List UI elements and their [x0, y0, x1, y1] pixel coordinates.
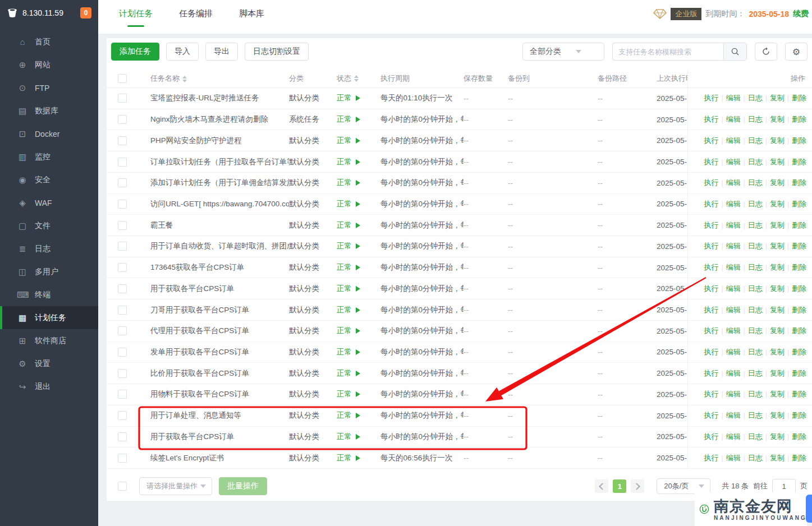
action-copy[interactable]: 复制 [770, 114, 785, 124]
next-page-button[interactable] [631, 479, 644, 493]
task-name[interactable]: 用于获取各平台CPS订单 [150, 284, 289, 294]
action-run[interactable]: 执行 [704, 136, 719, 146]
sidebar-item-website[interactable]: ⊕网站 [0, 53, 98, 76]
task-status[interactable]: 正常 [337, 453, 380, 463]
row-checkbox[interactable] [118, 432, 127, 441]
sidebar-item-logout[interactable]: ↪退出 [0, 375, 98, 398]
task-name[interactable]: 发单用于获取各平台CPS订单 [150, 347, 289, 357]
task-name[interactable]: PHP网站安全防护守护进程 [150, 136, 289, 146]
message-count-badge[interactable]: 0 [80, 7, 91, 19]
action-run[interactable]: 执行 [704, 305, 719, 315]
action-log[interactable]: 日志 [748, 262, 763, 273]
action-run[interactable]: 执行 [704, 241, 719, 251]
sidebar-item-cron[interactable]: ▦计划任务 [0, 306, 98, 329]
action-copy[interactable]: 复制 [770, 262, 785, 273]
action-edit[interactable]: 编辑 [726, 93, 741, 103]
action-log[interactable]: 日志 [748, 284, 763, 294]
action-delete[interactable]: 删除 [792, 368, 806, 379]
batch-action-select[interactable]: 请选择批量操作 [139, 477, 212, 495]
row-checkbox[interactable] [118, 390, 127, 399]
action-delete[interactable]: 删除 [792, 114, 806, 124]
action-delete[interactable]: 删除 [792, 262, 806, 273]
task-name[interactable]: 用于订单处理、消息通知等 [150, 410, 289, 421]
task-status[interactable]: 正常 [337, 199, 380, 209]
action-run[interactable]: 执行 [704, 284, 719, 294]
task-status[interactable]: 正常 [337, 241, 380, 251]
action-edit[interactable]: 编辑 [726, 114, 741, 124]
select-all-checkbox[interactable] [118, 74, 127, 83]
action-edit[interactable]: 编辑 [726, 284, 741, 294]
action-delete[interactable]: 删除 [792, 432, 806, 442]
task-status[interactable]: 正常 [337, 178, 380, 188]
log-split-settings-button[interactable]: 日志切割设置 [245, 43, 309, 61]
row-checkbox[interactable] [118, 178, 127, 187]
row-checkbox[interactable] [118, 284, 127, 293]
action-edit[interactable]: 编辑 [726, 241, 741, 251]
action-edit[interactable]: 编辑 [726, 136, 741, 146]
action-copy[interactable]: 复制 [770, 389, 785, 399]
sidebar-item-ftp[interactable]: ⊙FTP [0, 76, 98, 99]
action-log[interactable]: 日志 [748, 220, 763, 230]
task-name[interactable]: 用于订单自动收货、订单超时取消、拼团成功 [150, 241, 289, 251]
action-copy[interactable]: 复制 [770, 368, 785, 379]
task-status[interactable]: 正常 [337, 347, 380, 357]
tab-计划任务[interactable]: 计划任务 [119, 7, 153, 20]
task-status[interactable]: 正常 [337, 432, 380, 442]
export-button[interactable]: 导出 [205, 43, 238, 61]
task-name[interactable]: 霸王餐 [150, 220, 289, 230]
action-delete[interactable]: 删除 [792, 93, 806, 103]
action-log[interactable]: 日志 [748, 136, 763, 146]
prev-page-button[interactable] [595, 479, 608, 493]
sidebar-item-settings[interactable]: ⚙设置 [0, 352, 98, 375]
sidebar-item-docker[interactable]: ⊡Docker [0, 122, 98, 145]
action-copy[interactable]: 复制 [770, 305, 785, 315]
action-log[interactable]: 日志 [748, 432, 763, 442]
action-delete[interactable]: 删除 [792, 241, 806, 251]
refresh-button[interactable] [755, 43, 777, 61]
import-button[interactable]: 导入 [166, 43, 199, 61]
row-checkbox[interactable] [118, 263, 127, 272]
task-status[interactable]: 正常 [337, 389, 380, 399]
sidebar-item-home[interactable]: ⌂首页 [0, 30, 98, 53]
row-checkbox[interactable] [118, 200, 127, 209]
sidebar-item-files[interactable]: ▢文件 [0, 214, 98, 237]
row-checkbox[interactable] [118, 326, 127, 335]
renew-link[interactable]: 续费 [793, 9, 809, 19]
action-delete[interactable]: 删除 [792, 453, 806, 463]
sort-icon[interactable] [182, 76, 187, 82]
task-name[interactable]: 用于获取各平台CPS订单 [150, 432, 289, 442]
action-run[interactable]: 执行 [704, 199, 719, 209]
task-name[interactable]: 比价用于获取各平台CPS订单 [150, 368, 289, 379]
action-run[interactable]: 执行 [704, 114, 719, 124]
action-delete[interactable]: 删除 [792, 347, 806, 357]
action-copy[interactable]: 复制 [770, 284, 785, 294]
task-status[interactable]: 正常 [337, 114, 380, 124]
action-copy[interactable]: 复制 [770, 432, 785, 442]
action-log[interactable]: 日志 [748, 368, 763, 379]
sidebar-item-security[interactable]: ◉安全 [0, 168, 98, 191]
header-task-name[interactable]: 任务名称 [150, 73, 289, 84]
action-copy[interactable]: 复制 [770, 453, 785, 463]
search-button[interactable] [723, 43, 747, 61]
action-copy[interactable]: 复制 [770, 220, 785, 230]
task-status[interactable]: 正常 [337, 220, 380, 230]
sidebar-item-waf[interactable]: ◈WAF [0, 191, 98, 214]
sidebar-item-database[interactable]: ▤数据库 [0, 99, 98, 122]
action-edit[interactable]: 编辑 [726, 368, 741, 379]
action-run[interactable]: 执行 [704, 453, 719, 463]
tab-脚本库[interactable]: 脚本库 [239, 7, 264, 20]
task-name[interactable]: 订单拉取计划任务（用于拉取各平台订单等） [150, 157, 289, 167]
action-run[interactable]: 执行 [704, 93, 719, 103]
floating-widget-tab[interactable] [806, 495, 812, 523]
action-edit[interactable]: 编辑 [726, 410, 741, 421]
action-run[interactable]: 执行 [704, 262, 719, 273]
action-delete[interactable]: 删除 [792, 410, 806, 421]
task-name[interactable]: 代理用于获取各平台CPS订单 [150, 326, 289, 336]
row-checkbox[interactable] [118, 158, 127, 167]
sidebar-item-app-store[interactable]: ⊞软件商店 [0, 329, 98, 352]
action-delete[interactable]: 删除 [792, 389, 806, 399]
action-delete[interactable]: 删除 [792, 178, 806, 188]
page-number-current[interactable]: 1 [613, 479, 626, 493]
action-delete[interactable]: 删除 [792, 220, 806, 230]
action-log[interactable]: 日志 [748, 178, 763, 188]
